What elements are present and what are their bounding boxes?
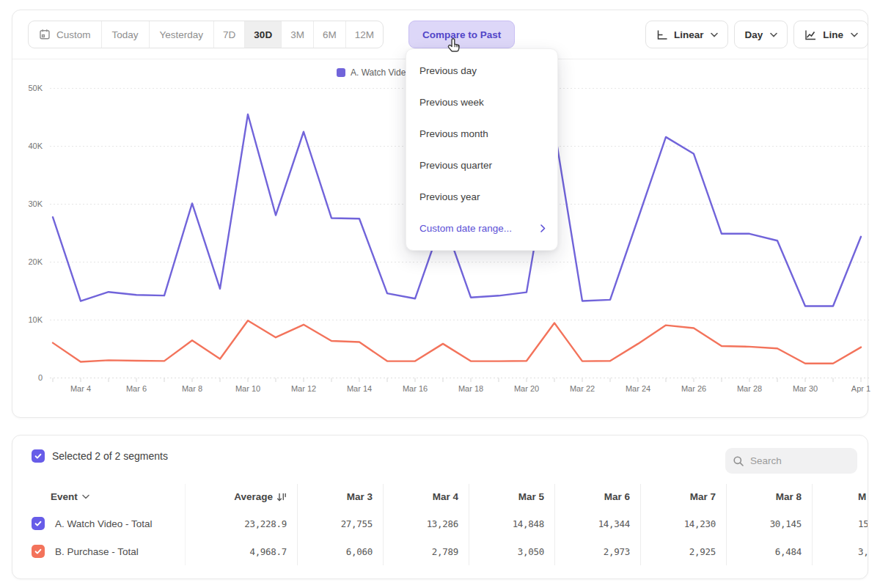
cell-value: 6,060 bbox=[297, 537, 383, 565]
range-12m[interactable]: 12M bbox=[345, 21, 383, 48]
segments-table-card: Selected 2 of 2 segments Event Average M… bbox=[12, 435, 868, 579]
chevron-right-icon bbox=[540, 224, 546, 232]
average-column-header[interactable]: Average bbox=[185, 484, 297, 510]
sort-descending-icon bbox=[276, 492, 287, 502]
legend-swatch bbox=[337, 68, 345, 77]
cell-value: 27,755 bbox=[297, 510, 383, 537]
event-label: B. Purchase - Total bbox=[55, 546, 139, 557]
event-label: A. Watch Video - Total bbox=[55, 518, 153, 529]
segments-table: Event Average Mar 3 Mar 4 Mar 5 Mar 6 Ma… bbox=[12, 484, 868, 565]
x-tick-label: Mar 4 bbox=[59, 384, 103, 393]
chevron-down-icon bbox=[851, 32, 858, 37]
date-range-selector: Custom Today Yesterday 7D 30D 3M 6M 12M bbox=[28, 21, 384, 48]
range-6m[interactable]: 6M bbox=[313, 21, 345, 48]
column-header: Mar 8 bbox=[726, 484, 812, 510]
cell-value: 2,973 bbox=[554, 537, 640, 565]
interval-dropdown-button[interactable]: Day bbox=[734, 21, 788, 48]
menu-item-previous-year[interactable]: Previous year bbox=[406, 181, 557, 213]
range-yesterday[interactable]: Yesterday bbox=[149, 21, 214, 48]
x-tick-label: Mar 26 bbox=[672, 384, 716, 393]
y-tick-label: 20K bbox=[10, 257, 43, 266]
x-tick-label: Mar 28 bbox=[727, 384, 771, 393]
cell-value: 2,925 bbox=[640, 537, 726, 565]
menu-item-previous-month[interactable]: Previous month bbox=[406, 118, 557, 150]
row-checkbox[interactable] bbox=[32, 517, 45, 530]
cell-value: 3,050 bbox=[469, 537, 554, 565]
linear-scale-icon bbox=[656, 29, 668, 41]
menu-item-previous-day[interactable]: Previous day bbox=[406, 55, 557, 87]
compare-to-past-button[interactable]: Compare to Past bbox=[408, 21, 515, 48]
table-row-watch-video[interactable]: A. Watch Video - Total 23,228.9 27,755 1… bbox=[12, 510, 868, 537]
chevron-down-icon bbox=[711, 32, 718, 37]
search-box[interactable] bbox=[725, 448, 857, 474]
range-today[interactable]: Today bbox=[101, 21, 149, 48]
cell-value: 14,344 bbox=[554, 510, 640, 537]
x-tick-label: Mar 30 bbox=[783, 384, 827, 393]
segments-summary-row: Selected 2 of 2 segments bbox=[32, 449, 168, 463]
column-header: Mar 4 bbox=[383, 484, 469, 510]
range-3m[interactable]: 3M bbox=[281, 21, 313, 48]
range-label: Custom bbox=[56, 29, 91, 40]
menu-item-previous-quarter[interactable]: Previous quarter bbox=[406, 150, 557, 181]
column-header: Mar 5 bbox=[469, 484, 554, 510]
x-tick-label: Mar 14 bbox=[337, 384, 381, 393]
table-header-row: Event Average Mar 3 Mar 4 Mar 5 Mar 6 Ma… bbox=[12, 484, 868, 510]
menu-item-previous-week[interactable]: Previous week bbox=[406, 87, 557, 118]
table-row-purchase[interactable]: B. Purchase - Total 4,968.7 6,060 2,789 … bbox=[12, 537, 868, 565]
row-checkbox[interactable] bbox=[32, 545, 45, 558]
calendar-icon bbox=[39, 29, 51, 40]
column-header-clipped: M bbox=[812, 484, 868, 510]
range-30d[interactable]: 30D bbox=[244, 21, 281, 48]
x-tick-label: Mar 24 bbox=[616, 384, 660, 393]
y-tick-label: 30K bbox=[10, 199, 43, 208]
x-tick-label: Apr 1 bbox=[839, 384, 880, 393]
chart-type-dropdown-button[interactable]: Line bbox=[793, 21, 868, 48]
column-header: Mar 7 bbox=[640, 484, 726, 510]
menu-item-custom-date-range[interactable]: Custom date range... bbox=[406, 213, 557, 244]
cell-value: 14,230 bbox=[640, 510, 726, 537]
x-tick-label: Mar 12 bbox=[282, 384, 326, 393]
y-tick-label: 50K bbox=[10, 84, 43, 92]
cell-value: 6,484 bbox=[726, 537, 812, 565]
chevron-down-icon bbox=[770, 32, 777, 37]
search-icon bbox=[733, 455, 744, 467]
average-value: 23,228.9 bbox=[185, 510, 297, 537]
cell-value-clipped: 15, bbox=[812, 510, 868, 537]
chart-controls: Linear Day Line bbox=[645, 21, 868, 48]
y-tick-label: 40K bbox=[10, 142, 43, 150]
select-all-checkbox[interactable] bbox=[32, 449, 45, 463]
x-tick-label: Mar 6 bbox=[114, 384, 158, 393]
y-tick-label: 0 bbox=[10, 373, 43, 382]
line-chart-icon bbox=[804, 29, 817, 41]
segments-summary-label: Selected 2 of 2 segments bbox=[52, 450, 168, 462]
scale-dropdown-button[interactable]: Linear bbox=[645, 21, 729, 48]
x-tick-label: Mar 22 bbox=[560, 384, 604, 393]
cell-value: 2,789 bbox=[383, 537, 469, 565]
column-header: Mar 6 bbox=[554, 484, 640, 510]
average-value: 4,968.7 bbox=[185, 537, 297, 565]
x-tick-label: Mar 8 bbox=[170, 384, 214, 393]
chevron-down-icon bbox=[82, 494, 89, 499]
cell-value: 13,286 bbox=[383, 510, 469, 537]
event-column-header[interactable]: Event bbox=[12, 484, 185, 510]
x-tick-label: Mar 18 bbox=[449, 384, 493, 393]
cell-value: 30,145 bbox=[726, 510, 812, 537]
cell-value: 14,848 bbox=[469, 510, 554, 537]
column-header: Mar 3 bbox=[297, 484, 383, 510]
range-7d[interactable]: 7D bbox=[213, 21, 244, 48]
x-tick-label: Mar 16 bbox=[393, 384, 437, 393]
cell-value-clipped: 3, bbox=[812, 537, 868, 565]
compare-to-past-menu: Previous day Previous week Previous mont… bbox=[406, 48, 558, 251]
search-input[interactable] bbox=[750, 455, 846, 466]
x-tick-label: Mar 10 bbox=[226, 384, 270, 393]
range-custom[interactable]: Custom bbox=[29, 21, 101, 48]
x-tick-label: Mar 20 bbox=[505, 384, 549, 393]
y-tick-label: 10K bbox=[10, 315, 43, 324]
